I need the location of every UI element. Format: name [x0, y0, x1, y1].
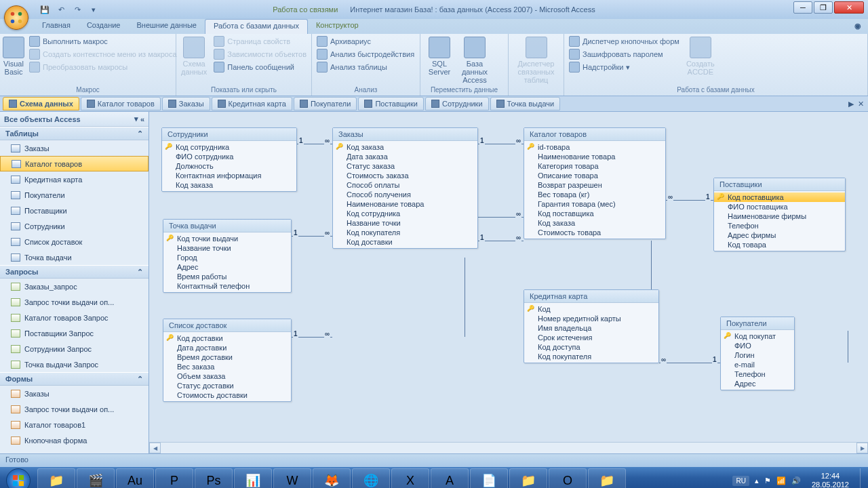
entity-field[interactable]: Код заказа — [524, 218, 665, 228]
entity-Каталог товаров[interactable]: Каталог товаровid-товараНаименование тов… — [524, 127, 666, 239]
nav-item[interactable]: Поставщики Запрос — [0, 325, 149, 341]
addins-button[interactable]: Надстройки▾ — [567, 61, 682, 73]
entity-Заказы[interactable]: ЗаказыКод заказаДата заказаСтатус заказа… — [332, 127, 478, 249]
ribbon-tab-2[interactable]: Внешние данные — [129, 19, 205, 34]
entity-field[interactable]: Способ получения — [333, 190, 477, 199]
taskbar-app-10[interactable]: A — [431, 468, 469, 488]
taskbar-app-7[interactable]: 🦊 — [313, 468, 351, 488]
nav-item[interactable]: Каталог товаров — [0, 156, 149, 171]
entity-field[interactable]: Должность — [162, 161, 296, 171]
entity-field[interactable]: Статус заказа — [333, 161, 477, 171]
entity-field[interactable]: ФИО — [721, 341, 794, 350]
maximize-button[interactable]: ❐ — [814, 1, 833, 14]
qat-dropdown-icon[interactable]: ▾ — [87, 3, 100, 16]
entity-title[interactable]: Заказы — [333, 128, 477, 141]
nav-item[interactable]: Точка выдачи Запрос — [0, 357, 149, 372]
entity-title[interactable]: Покупатели — [721, 317, 794, 330]
entity-field[interactable]: ФИО поставщика — [714, 202, 845, 211]
taskbar-app-4[interactable]: Ps — [195, 468, 233, 488]
entity-field[interactable]: Код заказа — [333, 142, 477, 152]
horizontal-scrollbar[interactable]: ◀ ▶ — [149, 442, 868, 453]
entity-field[interactable]: Код товара — [714, 240, 845, 249]
taskbar-app-3[interactable]: P — [155, 468, 193, 488]
ribbon-tab-3[interactable]: Работа с базами данных — [205, 19, 308, 34]
entity-field[interactable]: Время доставки — [163, 352, 291, 362]
doc-tab-2[interactable]: Заказы — [162, 97, 210, 110]
entity-field[interactable]: Контактный телефон — [163, 281, 291, 291]
nav-item[interactable]: Кнопочная форма — [0, 432, 149, 448]
entity-field[interactable]: Код сотрудника — [333, 209, 477, 218]
close-button[interactable]: ✕ — [834, 1, 864, 14]
office-button[interactable] — [4, 5, 28, 30]
relationships-canvas[interactable]: ◀ ▶ 1∞1∞1∞1∞1∞∞1∞1∞СотрудникиКод сотрудн… — [149, 112, 868, 453]
entity-title[interactable]: Поставщики — [714, 178, 845, 191]
encrypt-button[interactable]: Зашифровать паролем — [567, 48, 682, 60]
entity-field[interactable]: Дата заказа — [333, 152, 477, 161]
entity-field[interactable]: Статус доставки — [163, 381, 291, 390]
entity-field[interactable]: Стоимость доставки — [163, 390, 291, 400]
nav-item[interactable]: Каталог товаров1 — [0, 417, 149, 432]
nav-item[interactable]: Запрос точки выдачи оп... — [0, 401, 149, 417]
doc-tab-7[interactable]: Точка выдачи — [490, 97, 561, 110]
taskbar-app-6[interactable]: W — [273, 468, 311, 488]
nav-item[interactable]: Каталог товаров Запрос — [0, 310, 149, 325]
nav-category[interactable]: Запросы⌃ — [0, 265, 149, 279]
analyze-table-button[interactable]: Анализ таблицы — [315, 61, 416, 73]
entity-field[interactable]: Код поставщика — [524, 209, 665, 218]
entity-title[interactable]: Точка выдачи — [163, 220, 291, 232]
taskbar-app-2[interactable]: Au — [116, 468, 154, 488]
entity-field[interactable]: Название точки — [333, 218, 477, 228]
nav-item[interactable]: Заказы — [0, 140, 149, 156]
doc-tab-1[interactable]: Каталог товаров — [81, 97, 161, 110]
taskbar-app-0[interactable]: 📁 — [37, 468, 75, 488]
entity-field[interactable]: id-товара — [524, 142, 665, 152]
doc-tab-4[interactable]: Покупатели — [294, 97, 357, 110]
nav-category[interactable]: Таблицы⌃ — [0, 127, 149, 140]
entity-field[interactable]: Стоимость заказа — [333, 171, 477, 180]
sql-server-button[interactable]: SQL Server — [423, 35, 456, 76]
entity-Точка выдачи[interactable]: Точка выдачиКод точки выдачиНазвание точ… — [163, 219, 292, 293]
nav-item[interactable]: Покупатели — [0, 187, 149, 203]
entity-field[interactable]: Категория товара — [524, 161, 665, 171]
entity-field[interactable]: Город — [163, 253, 291, 262]
entity-field[interactable]: Адрес — [163, 262, 291, 272]
qat-redo-icon[interactable]: ↷ — [71, 3, 84, 16]
entity-title[interactable]: Каталог товаров — [524, 128, 665, 141]
entity-field[interactable]: Телефон — [714, 221, 845, 230]
run-macro-button[interactable]: Выполнить макрос — [27, 35, 179, 47]
entity-field[interactable]: Наименование товара — [333, 199, 477, 209]
tray-up-icon[interactable]: ▴ — [755, 476, 759, 485]
doc-tab-6[interactable]: Сотрудники — [425, 97, 489, 110]
nav-dropdown-icon[interactable]: ▾ — [134, 115, 138, 123]
entity-field[interactable]: Код заказа — [162, 180, 296, 190]
entity-field[interactable]: Код сотрудника — [162, 142, 296, 152]
entity-field[interactable]: Вес заказа — [163, 362, 291, 371]
entity-field[interactable]: Код покупателя — [524, 352, 658, 361]
entity-field[interactable]: Код доставки — [333, 237, 477, 247]
entity-field[interactable]: Наименование фирмы — [714, 211, 845, 221]
entity-field[interactable]: Стоимость товара — [524, 228, 665, 237]
entity-Список доставок[interactable]: Список доставокКод доставкиДата доставки… — [163, 319, 292, 402]
entity-Поставщики[interactable]: ПоставщикиКод поставщикаФИО поставщикаНа… — [713, 178, 846, 251]
entity-field[interactable]: Код доступа — [524, 342, 658, 352]
entity-Покупатели[interactable]: ПокупателиКод покупатФИОЛогинe-mailТелеф… — [720, 317, 795, 390]
entity-field[interactable]: Код доставки — [163, 333, 291, 343]
scroll-left-icon[interactable]: ◀ — [149, 443, 161, 453]
doc-tab-3[interactable]: Кредитная карта — [212, 97, 292, 110]
entity-field[interactable]: Способ оплаты — [333, 180, 477, 190]
entity-field[interactable]: Объем заказа — [163, 371, 291, 381]
analyze-performance-button[interactable]: Анализ быстродействия — [315, 48, 416, 60]
access-db-button[interactable]: База данных Access — [458, 35, 491, 84]
tabs-scroll-right-icon[interactable]: ▶ — [848, 100, 854, 108]
entity-title[interactable]: Кредитная карта — [524, 290, 658, 303]
qat-save-icon[interactable]: 💾 — [38, 3, 52, 16]
tray-volume-icon[interactable]: 🔊 — [791, 476, 801, 485]
entity-field[interactable]: Дата доставки — [163, 343, 291, 352]
nav-collapse-icon[interactable]: « — [140, 115, 144, 123]
entity-field[interactable]: Гарантия товара (мес) — [524, 199, 665, 209]
minimize-button[interactable]: ─ — [793, 1, 812, 14]
taskbar-app-14[interactable]: 📁 — [588, 468, 626, 488]
entity-field[interactable]: Имя владельца — [524, 323, 658, 333]
taskbar-app-8[interactable]: 🌐 — [352, 468, 390, 488]
entity-field[interactable]: Код — [524, 304, 658, 314]
